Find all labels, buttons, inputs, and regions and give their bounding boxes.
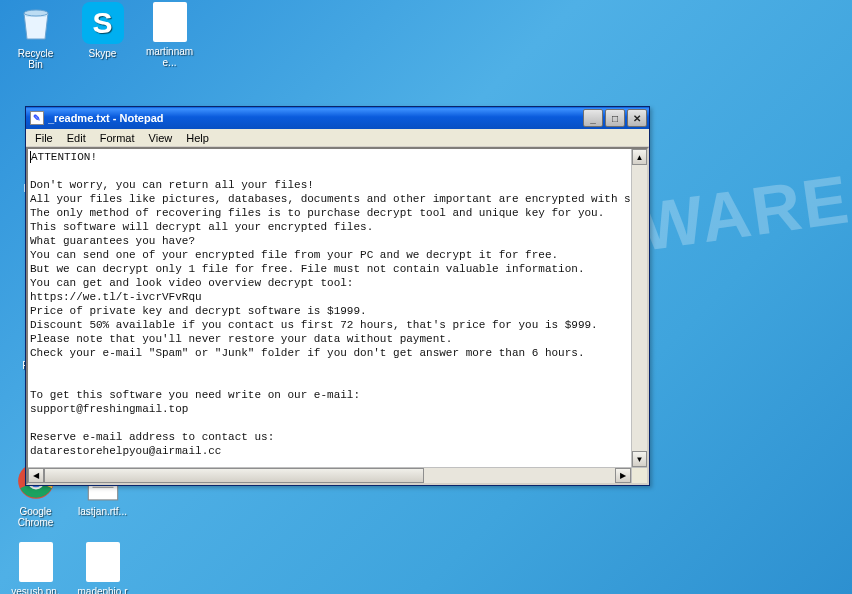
menu-help[interactable]: Help — [179, 131, 216, 145]
scroll-track[interactable] — [44, 468, 615, 483]
desktop-icon-yesusb[interactable]: yesusb.pn... — [8, 542, 63, 594]
menu-file[interactable]: File — [28, 131, 60, 145]
menu-view[interactable]: View — [142, 131, 180, 145]
menubar: File Edit Format View Help — [26, 129, 649, 147]
maximize-button[interactable]: □ — [605, 109, 625, 127]
desktop-icon-label: Google Chrome — [8, 505, 63, 529]
titlebar[interactable]: ✎ _readme.txt - Notepad _ □ ✕ — [26, 107, 649, 129]
recycle-bin-icon — [15, 2, 57, 44]
desktop-icon-textfile[interactable]: martinname... — [142, 2, 197, 69]
window-title: _readme.txt - Notepad — [48, 112, 581, 124]
desktop-icon-label: Recycle Bin — [8, 47, 63, 71]
desktop-icon-label: martinname... — [142, 45, 197, 69]
scroll-up-button[interactable]: ▲ — [632, 149, 647, 165]
menu-edit[interactable]: Edit — [60, 131, 93, 145]
notepad-icon: ✎ — [30, 111, 44, 125]
desktop-icon-label: yesusb.pn... — [8, 585, 63, 594]
minimize-button[interactable]: _ — [583, 109, 603, 127]
resize-grip[interactable] — [631, 468, 647, 483]
text-area[interactable]: ATTENTION! Don't worry, you can return a… — [28, 149, 647, 467]
desktop-icon-recycle-bin[interactable]: Recycle Bin — [8, 2, 63, 71]
desktop-icon-label: Skype — [75, 47, 130, 60]
desktop-icon-label: madephio.rt... — [75, 585, 130, 594]
desktop-icon-label: lastjan.rtf... — [75, 505, 130, 518]
file-icon — [86, 542, 120, 582]
notepad-window: ✎ _readme.txt - Notepad _ □ ✕ File Edit … — [25, 106, 650, 486]
file-icon — [19, 542, 53, 582]
scroll-right-button[interactable]: ▶ — [615, 468, 631, 483]
desktop-icon-skype[interactable]: S Skype — [75, 2, 130, 60]
scroll-left-button[interactable]: ◀ — [28, 468, 44, 483]
menu-format[interactable]: Format — [93, 131, 142, 145]
svg-point-0 — [24, 10, 48, 16]
scroll-thumb[interactable] — [44, 468, 424, 483]
horizontal-scrollbar[interactable]: ◀ ▶ — [28, 467, 647, 483]
textfile-icon — [153, 2, 187, 42]
desktop-icon-madephio[interactable]: madephio.rt... — [75, 542, 130, 594]
scroll-track[interactable] — [632, 165, 647, 451]
close-button[interactable]: ✕ — [627, 109, 647, 127]
vertical-scrollbar[interactable]: ▲ ▼ — [631, 149, 647, 467]
skype-icon: S — [82, 2, 124, 44]
text-area-container: ATTENTION! Don't worry, you can return a… — [26, 147, 649, 485]
scroll-down-button[interactable]: ▼ — [632, 451, 647, 467]
